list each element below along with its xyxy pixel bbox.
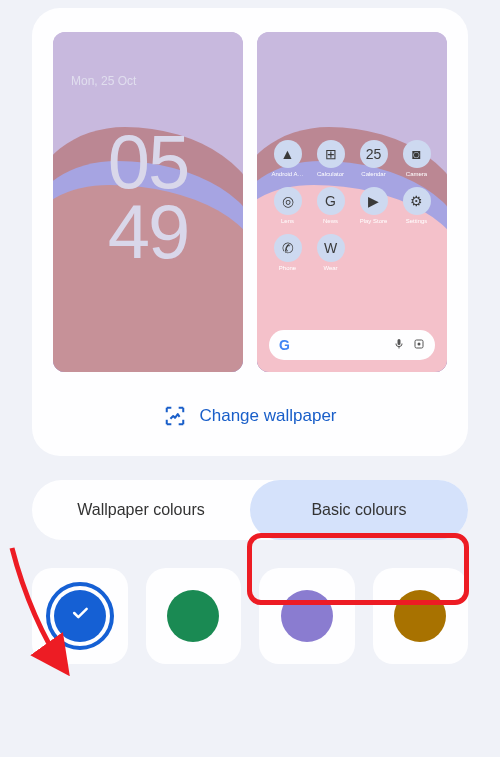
- app-label: Settings: [406, 218, 428, 224]
- homescreen-preview[interactable]: ▲Android A…⊞Calculator25Calendar◙Camera◎…: [257, 32, 447, 372]
- app-icon: ◙Camera: [398, 140, 435, 177]
- app-glyph-icon: 25: [360, 140, 388, 168]
- app-glyph-icon: ▶: [360, 187, 388, 215]
- svg-point-1: [418, 342, 421, 345]
- swatch-orange[interactable]: [373, 568, 469, 664]
- swatch-blue[interactable]: [32, 568, 128, 664]
- app-icon: ⚙Settings: [398, 187, 435, 224]
- lockscreen-clock: 05 49: [108, 127, 189, 267]
- app-label: News: [323, 218, 338, 224]
- app-label: Android A…: [271, 171, 303, 177]
- tab-basic-colours[interactable]: Basic colours: [250, 480, 468, 540]
- colour-dot: [167, 590, 219, 642]
- lockscreen-preview[interactable]: Mon, 25 Oct 05 49: [53, 32, 243, 372]
- app-icon: ✆Phone: [269, 234, 306, 271]
- app-label: Play Store: [360, 218, 388, 224]
- app-label: Camera: [406, 171, 427, 177]
- tab-label: Wallpaper colours: [77, 501, 204, 519]
- change-wallpaper-label: Change wallpaper: [199, 406, 336, 426]
- google-g-icon: G: [279, 337, 290, 353]
- mic-icon: [393, 338, 405, 353]
- colour-dot: [394, 590, 446, 642]
- app-glyph-icon: W: [317, 234, 345, 262]
- app-label: Wear: [323, 265, 337, 271]
- clock-hours: 05: [108, 127, 189, 197]
- search-bar: G: [269, 330, 435, 360]
- clock-minutes: 49: [108, 197, 189, 267]
- colour-dot: [54, 590, 106, 642]
- app-icon: ▶Play Store: [355, 187, 392, 224]
- colour-swatch-row: [32, 568, 468, 664]
- app-label: Lens: [281, 218, 294, 224]
- app-icon: ▲Android A…: [269, 140, 306, 177]
- wallpaper-preview-card: Mon, 25 Oct 05 49 ▲Android A…⊞Calculator…: [32, 8, 468, 456]
- swatch-green[interactable]: [146, 568, 242, 664]
- app-label: Calendar: [361, 171, 385, 177]
- app-icon-grid: ▲Android A…⊞Calculator25Calendar◙Camera◎…: [269, 140, 435, 271]
- colour-source-tabs: Wallpaper colours Basic colours: [32, 480, 468, 540]
- app-icon: 25Calendar: [355, 140, 392, 177]
- lens-icon: [413, 338, 425, 353]
- app-glyph-icon: ◙: [403, 140, 431, 168]
- app-glyph-icon: ✆: [274, 234, 302, 262]
- app-glyph-icon: ◎: [274, 187, 302, 215]
- check-icon: [70, 603, 90, 629]
- tab-wallpaper-colours[interactable]: Wallpaper colours: [32, 480, 250, 540]
- app-icon: WWear: [312, 234, 349, 271]
- tab-label: Basic colours: [311, 501, 406, 519]
- app-icon: ◎Lens: [269, 187, 306, 224]
- app-glyph-icon: ▲: [274, 140, 302, 168]
- app-glyph-icon: ⊞: [317, 140, 345, 168]
- app-glyph-icon: G: [317, 187, 345, 215]
- lockscreen-date: Mon, 25 Oct: [71, 74, 136, 88]
- app-glyph-icon: ⚙: [403, 187, 431, 215]
- app-icon: GNews: [312, 187, 349, 224]
- app-label: Phone: [279, 265, 296, 271]
- change-wallpaper-button[interactable]: Change wallpaper: [50, 404, 450, 428]
- previews-row: Mon, 25 Oct 05 49 ▲Android A…⊞Calculator…: [50, 32, 450, 372]
- wallpaper-icon: [163, 404, 187, 428]
- app-label: Calculator: [317, 171, 344, 177]
- colour-dot: [281, 590, 333, 642]
- swatch-purple[interactable]: [259, 568, 355, 664]
- app-icon: ⊞Calculator: [312, 140, 349, 177]
